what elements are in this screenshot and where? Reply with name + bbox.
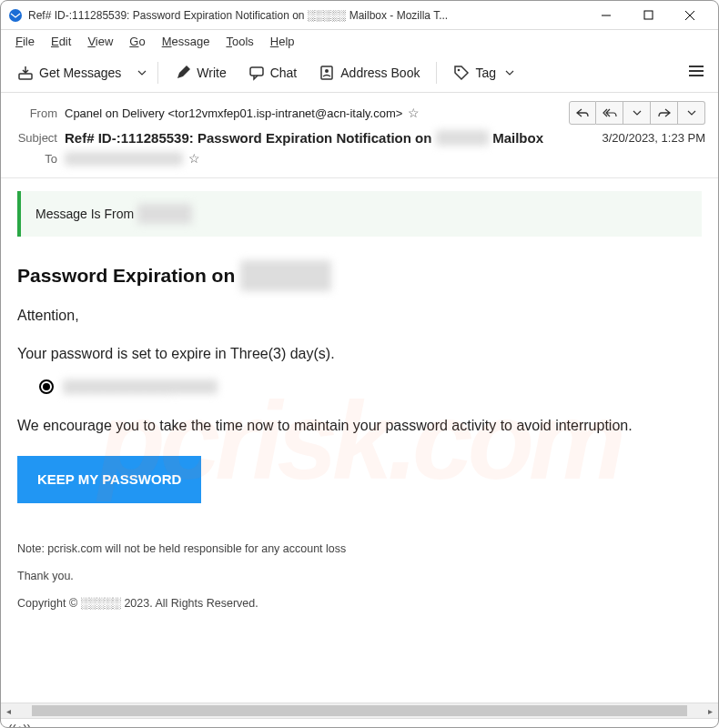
message-body[interactable]: pcrisk.com Message Is From xxxxxx Passwo… (1, 178, 718, 703)
scroll-right-icon[interactable]: ▸ (703, 703, 718, 718)
get-messages-button[interactable]: Get Messages (8, 60, 130, 86)
forward-dropdown[interactable] (678, 101, 705, 125)
radio-marker-icon (39, 379, 54, 394)
chat-bubble-icon (248, 65, 265, 81)
message-origin-banner: Message Is From xxxxxx (17, 191, 702, 237)
tag-label: Tag (475, 66, 496, 80)
svg-point-9 (458, 68, 461, 71)
menu-go[interactable]: Go (122, 32, 152, 51)
tag-button[interactable]: Tag (444, 60, 523, 86)
from-value: Cpanel on Delivery <tor12vmxfep01.isp-in… (65, 106, 402, 120)
minimize-button[interactable] (585, 1, 627, 30)
menu-message[interactable]: Message (155, 32, 218, 51)
to-row: To xxxxxxxxxxx ☆ (14, 148, 705, 168)
broadcast-icon: ((●)) (8, 722, 31, 728)
address-book-icon (319, 65, 335, 81)
message-header: From Cpanel on Delivery <tor12vmxfep01.i… (1, 93, 718, 178)
redacted-text: xxxxxxx (436, 130, 489, 146)
svg-rect-2 (644, 11, 653, 19)
to-value-redacted: xxxxxxxxxxx (65, 152, 183, 166)
get-messages-dropdown[interactable] (134, 60, 150, 86)
banner-prefix: Message Is From (35, 207, 137, 221)
toolbar-separator (436, 62, 437, 84)
menu-edit[interactable]: Edit (44, 32, 78, 51)
forward-button[interactable] (651, 101, 678, 125)
menu-file[interactable]: File (8, 32, 42, 51)
inbox-download-icon (17, 65, 34, 81)
reply-button[interactable] (569, 101, 596, 125)
statusbar: ((●)) (1, 718, 718, 728)
account-bullet: xxxxxxxxxxxxxxxx (39, 379, 702, 394)
redacted-text: xxxxxxxx (240, 260, 331, 291)
address-book-button[interactable]: Address Book (309, 60, 429, 86)
reply-dropdown[interactable] (623, 101, 651, 125)
write-label: Write (197, 66, 226, 80)
from-row: From Cpanel on Delivery <tor12vmxfep01.i… (14, 98, 705, 127)
address-book-label: Address Book (340, 66, 420, 80)
tag-icon (453, 65, 470, 81)
message-date: 3/20/2023, 1:23 PM (603, 131, 705, 145)
from-label: From (14, 106, 65, 120)
footer-note: Note: pcrisk.com will not be held respon… (17, 540, 702, 612)
redacted-email: xxxxxxxxxxxxxxxx (63, 379, 218, 394)
window-title: Ref# ID-:111285539: Password Expiration … (28, 9, 585, 22)
subject-label: Subject (14, 131, 65, 145)
reply-all-button[interactable] (596, 101, 623, 125)
chat-label: Chat (270, 66, 298, 80)
menu-help[interactable]: Help (263, 32, 302, 51)
encourage-line: We encourage you to take the time now to… (17, 414, 702, 438)
thunderbird-app-icon (8, 8, 23, 23)
window-titlebar: Ref# ID-:111285539: Password Expiration … (1, 1, 718, 30)
app-menu-button[interactable] (682, 58, 711, 86)
subject-value: Ref# ID-:111285539: Password Expiration … (65, 130, 543, 146)
get-messages-label: Get Messages (39, 66, 121, 80)
horizontal-scrollbar[interactable]: ◂ ▸ (1, 703, 718, 718)
svg-rect-6 (250, 67, 263, 76)
thank-you: Thank you. (17, 567, 702, 585)
menu-view[interactable]: View (80, 32, 120, 51)
menu-tools[interactable]: Tools (218, 32, 260, 51)
toolbar-separator (157, 62, 158, 84)
message-body-wrap: pcrisk.com Message Is From xxxxxx Passwo… (1, 178, 718, 703)
window-controls (585, 1, 711, 30)
star-contact-button[interactable]: ☆ (408, 106, 420, 120)
close-button[interactable] (669, 1, 711, 30)
note-line: Note: pcrisk.com will not be held respon… (17, 540, 702, 558)
redacted-text: xxxxxx (137, 204, 192, 224)
attention-line: Attention, (17, 304, 702, 328)
expire-line: Your password is set to expire in Three(… (17, 342, 702, 366)
maximize-button[interactable] (627, 1, 669, 30)
star-recipient-button[interactable]: ☆ (188, 151, 200, 166)
copyright: Copyright © ░░░░░ 2023. All Rights Reser… (17, 594, 702, 612)
svg-point-8 (325, 69, 329, 73)
chat-button[interactable]: Chat (239, 60, 307, 86)
write-button[interactable]: Write (166, 60, 235, 86)
pencil-icon (175, 65, 191, 81)
body-heading: Password Expiration on xxxxxxxx (17, 260, 702, 291)
toolbar: Get Messages Write Chat Address Book Tag (1, 53, 718, 93)
subject-row: Subject Ref# ID-:111285539: Password Exp… (14, 127, 705, 148)
to-label: To (14, 152, 65, 166)
keep-password-button[interactable]: KEEP MY PASSWORD (17, 456, 201, 503)
svg-rect-5 (19, 74, 32, 79)
svg-point-0 (9, 9, 22, 22)
scroll-left-icon[interactable]: ◂ (1, 703, 16, 718)
scrollbar-thumb[interactable] (32, 705, 687, 716)
menubar: File Edit View Go Message Tools Help (1, 30, 718, 53)
